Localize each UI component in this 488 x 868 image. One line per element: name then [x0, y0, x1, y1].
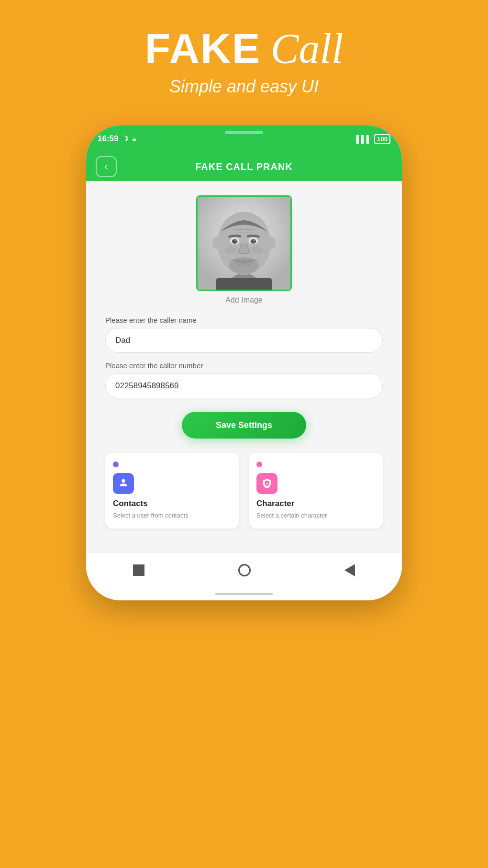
app-subtitle: Simple and easy UI	[145, 77, 344, 97]
phone-frame: 16:59 ☽ ≡ ▌▌▌ 100 ‹ FAKE CALL PRANK	[86, 125, 402, 600]
svg-point-14	[245, 261, 246, 262]
app-title-call: Call	[271, 25, 344, 72]
caller-name-label: Please enter the caller name	[105, 316, 383, 324]
character-card-dot	[256, 462, 262, 467]
nav-bar: ‹ FAKE CALL PRANK	[86, 152, 402, 181]
svg-point-11	[234, 259, 235, 260]
nav-square-icon[interactable]	[133, 564, 144, 576]
battery-display: 100	[374, 134, 390, 144]
home-indicator	[215, 593, 273, 595]
back-button[interactable]: ‹	[96, 156, 117, 177]
main-content: Add Image Please enter the caller name P…	[86, 181, 402, 552]
caller-number-label: Please enter the caller number	[105, 361, 383, 370]
contacts-icon	[113, 473, 134, 494]
svg-point-26	[252, 247, 263, 254]
svg-point-8	[235, 239, 237, 241]
svg-point-9	[253, 239, 255, 241]
svg-point-17	[236, 262, 237, 264]
contacts-card-desc: Select a user from contacts	[113, 511, 232, 520]
svg-point-22	[212, 237, 222, 249]
time-display: 16:59	[98, 134, 118, 144]
svg-point-18	[240, 264, 241, 265]
character-card-desc: Select a certain character	[256, 511, 375, 520]
contacts-card-title: Contacts	[113, 499, 232, 508]
svg-point-19	[244, 265, 245, 266]
moon-icon: ☽	[122, 135, 128, 143]
cards-row: Contacts Select a user from contacts ? C…	[105, 453, 383, 529]
nav-title: FAKE CALL PRANK	[117, 161, 371, 172]
nav-triangle-icon[interactable]	[344, 564, 355, 576]
save-settings-button[interactable]: Save Settings	[182, 412, 306, 439]
svg-point-23	[266, 237, 276, 249]
svg-point-13	[242, 261, 243, 262]
notification-icon: ≡	[132, 135, 136, 143]
phone-bottom-bar	[86, 587, 402, 600]
svg-point-15	[249, 260, 250, 261]
status-left: 16:59 ☽ ≡	[98, 134, 136, 144]
profile-section: Add Image	[105, 195, 383, 304]
character-card[interactable]: ? Character Select a certain character	[249, 453, 383, 529]
status-bar: 16:59 ☽ ≡ ▌▌▌ 100	[86, 125, 402, 152]
profile-image-svg	[198, 197, 290, 290]
svg-text:?: ?	[266, 482, 268, 486]
profile-image-container[interactable]	[196, 195, 292, 291]
status-right: ▌▌▌ 100	[356, 134, 390, 144]
caller-number-input[interactable]	[105, 373, 383, 398]
svg-point-6	[232, 239, 238, 244]
back-icon: ‹	[104, 160, 108, 173]
app-header: FAKE Call Simple and easy UI	[145, 24, 344, 97]
app-title-fake: FAKE	[145, 24, 261, 72]
caller-name-input[interactable]	[105, 328, 383, 353]
character-card-title: Character	[256, 499, 375, 508]
contacts-card[interactable]: Contacts Select a user from contacts	[105, 453, 239, 529]
svg-rect-24	[216, 278, 272, 290]
svg-point-20	[247, 264, 248, 265]
bottom-nav	[86, 552, 402, 587]
svg-point-21	[251, 262, 252, 264]
svg-point-7	[251, 239, 256, 244]
form-section: Please enter the caller name Please ente…	[105, 316, 383, 439]
svg-point-25	[225, 247, 236, 254]
character-icon: ?	[256, 473, 277, 494]
nav-circle-icon[interactable]	[238, 564, 251, 576]
contacts-card-dot	[113, 462, 119, 467]
signal-icon: ▌▌▌	[356, 135, 371, 143]
notch	[225, 131, 263, 134]
add-image-label[interactable]: Add Image	[225, 296, 262, 304]
svg-point-16	[253, 259, 254, 260]
svg-point-12	[238, 260, 239, 261]
